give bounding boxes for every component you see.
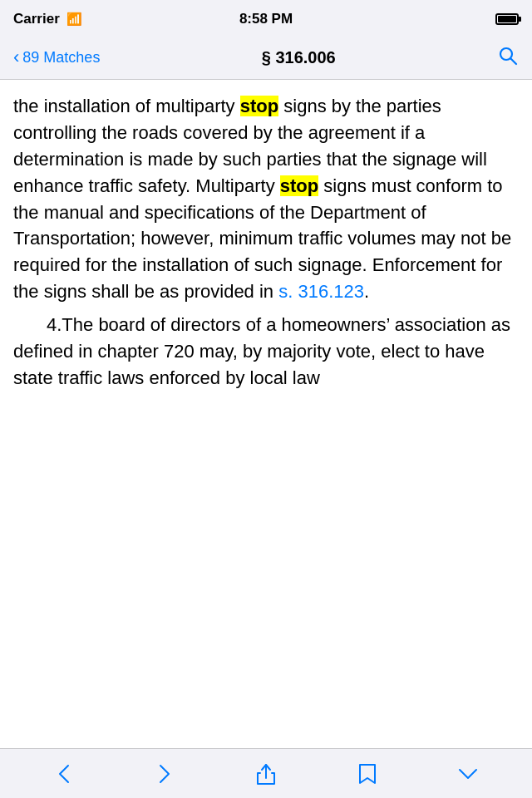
status-bar: Carrier 📶 8:58 PM bbox=[0, 0, 532, 37]
highlight-stop2: stop bbox=[280, 175, 318, 196]
legal-paragraph-2: 4.​ The board of directors of a homeowne… bbox=[13, 312, 519, 392]
battery-icon bbox=[495, 13, 519, 25]
legal-paragraph-1: the installation of multiparty stop sign… bbox=[13, 93, 519, 305]
text-before-stop1: the installation of multiparty bbox=[13, 96, 240, 116]
prev-button[interactable] bbox=[45, 755, 83, 793]
battery-area bbox=[495, 13, 519, 25]
nav-bar: ‹ 89 Matches § 316.006 bbox=[0, 37, 532, 80]
share-icon bbox=[254, 761, 278, 786]
section-link[interactable]: s. 316.123 bbox=[278, 281, 364, 302]
next-button[interactable] bbox=[145, 755, 184, 793]
wifi-icon: 📶 bbox=[66, 12, 82, 26]
bottom-toolbar bbox=[0, 748, 532, 798]
chevron-down-icon bbox=[456, 761, 480, 786]
carrier-label: Carrier 📶 bbox=[13, 11, 82, 27]
highlight-stop1: stop bbox=[240, 96, 278, 116]
down-button[interactable] bbox=[449, 755, 487, 793]
back-label: 89 Matches bbox=[22, 49, 100, 66]
back-button[interactable]: ‹ 89 Matches bbox=[13, 49, 100, 66]
chevron-left-icon: ‹ bbox=[13, 48, 19, 66]
paragraph-2-text: The board of directors of a homeowners’ … bbox=[13, 314, 510, 388]
period-after-link: . bbox=[364, 281, 369, 302]
bookmarks-button[interactable] bbox=[348, 755, 387, 793]
chevron-next-icon bbox=[152, 761, 177, 786]
battery-fill bbox=[498, 16, 516, 22]
page-title: § 316.006 bbox=[262, 48, 336, 67]
svg-line-1 bbox=[511, 58, 517, 64]
item-number: 4. bbox=[13, 312, 62, 338]
share-button[interactable] bbox=[247, 755, 285, 793]
search-button[interactable] bbox=[497, 45, 519, 71]
time-label: 8:58 PM bbox=[239, 11, 293, 27]
content-area: the installation of multiparty stop sign… bbox=[0, 80, 532, 748]
bookmarks-icon bbox=[355, 761, 380, 786]
chevron-prev-icon bbox=[52, 761, 76, 786]
